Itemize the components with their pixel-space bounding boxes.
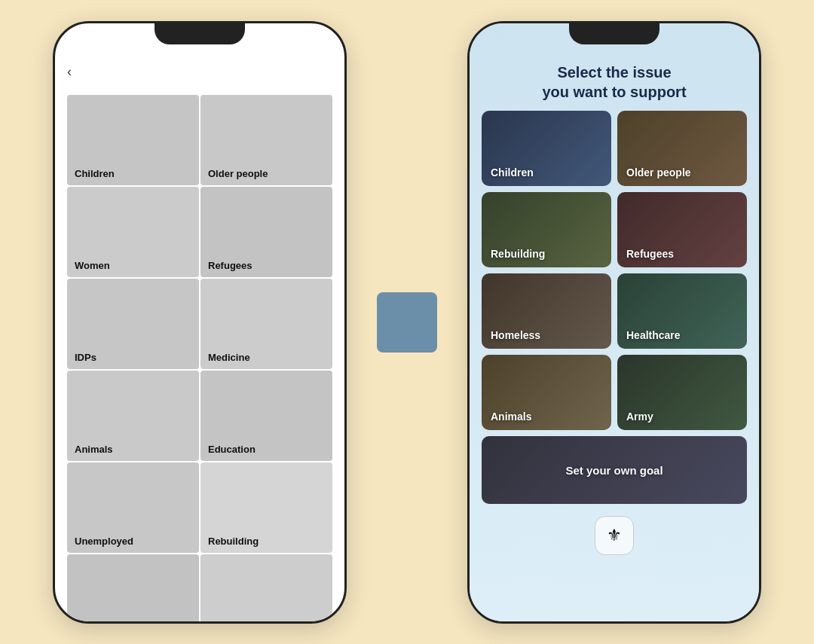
right-item-label-healthcare: Healthcare [626, 329, 681, 341]
right-item-children[interactable]: Children [482, 111, 611, 186]
right-item-label-animals: Animals [491, 411, 531, 423]
left-item-idps[interactable]: IDPs [67, 279, 199, 369]
left-screen: ‹ ChildrenOlder peopleWomenRefugeesIDPsM… [55, 23, 344, 621]
left-grid: ChildrenOlder peopleWomenRefugeesIDPsMed… [55, 89, 344, 621]
left-item-label-refugees: Refugees [208, 260, 325, 271]
left-item-label-education: Education [208, 444, 325, 455]
right-item-label-children: Children [491, 166, 534, 179]
left-item-label-unemployed: Unemployed [75, 536, 191, 547]
left-item-refugees[interactable]: Refugees [200, 187, 332, 277]
right-item-homeless[interactable]: Homeless [482, 273, 611, 349]
right-item-rebuilding[interactable]: Rebuilding [482, 192, 611, 267]
right-phone: Select the issue you want to support Chi… [467, 21, 761, 624]
right-item-label-older-people: Older people [626, 166, 691, 179]
left-item-unemployed[interactable]: Unemployed [67, 462, 199, 553]
left-item-animals[interactable]: Animals [67, 371, 199, 461]
left-item-rebuilding[interactable]: Rebuilding [200, 462, 332, 553]
left-item-label-women: Women [75, 260, 191, 271]
full-width-container: Set your own goal [470, 430, 759, 504]
connector-shape [377, 292, 437, 353]
right-item-animals[interactable]: Animals [482, 355, 611, 430]
left-item-food-clothes[interactable]: Food and clothes [200, 554, 332, 621]
right-header-title: Select the issue you want to support [470, 50, 759, 111]
left-item-label-medicine: Medicine [208, 352, 325, 363]
right-item-refugees[interactable]: Refugees [617, 192, 747, 267]
left-item-children[interactable]: Children [67, 95, 199, 185]
back-button[interactable]: ‹ [67, 64, 72, 80]
bottom-icon[interactable]: ⚜ [595, 516, 634, 555]
left-item-label-animals: Animals [75, 444, 191, 455]
left-item-label-children: Children [75, 168, 191, 179]
left-item-older-people[interactable]: Older people [200, 95, 332, 185]
right-item-label-set-goal: Set your own goal [565, 463, 663, 476]
right-item-older-people[interactable]: Older people [617, 111, 747, 186]
left-item-medicine[interactable]: Medicine [200, 279, 332, 369]
left-item-label-older-people: Older people [208, 168, 325, 179]
left-item-women[interactable]: Women [67, 187, 199, 277]
left-phone: ‹ ChildrenOlder peopleWomenRefugeesIDPsM… [53, 21, 347, 624]
left-item-label-rebuilding: Rebuilding [208, 536, 325, 547]
left-item-education[interactable]: Education [200, 371, 332, 461]
right-item-label-homeless: Homeless [491, 329, 540, 341]
right-item-army[interactable]: Army [617, 355, 747, 430]
right-item-label-army: Army [626, 411, 653, 423]
right-screen: Select the issue you want to support Chi… [470, 23, 759, 621]
right-item-healthcare[interactable]: Healthcare [617, 273, 747, 349]
right-item-label-refugees: Refugees [626, 248, 674, 260]
right-item-label-rebuilding: Rebuilding [491, 248, 545, 260]
left-header: ‹ [55, 50, 344, 89]
right-grid: ChildrenOlder peopleRebuildingRefugeesHo… [470, 111, 759, 430]
left-item-homeless[interactable]: Homeless [67, 554, 199, 621]
bottom-bar: ⚜ [470, 504, 759, 564]
left-item-label-idps: IDPs [75, 352, 191, 363]
right-item-set-goal[interactable]: Set your own goal [482, 436, 747, 504]
